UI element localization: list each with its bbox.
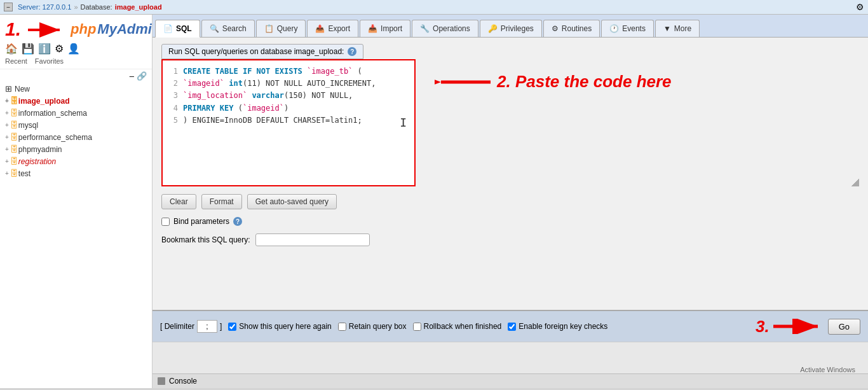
routines-tab-icon: ⚙ (552, 24, 559, 33)
format-button[interactable]: Format (201, 194, 242, 209)
db-folder-icon: 🗄 (10, 96, 18, 106)
config-icon[interactable]: ⚙ (55, 43, 64, 55)
home-icon[interactable]: 🏠 (5, 43, 18, 55)
sidebar-item-registration[interactable]: + 🗄 registration (0, 155, 152, 167)
db-name: registration (18, 157, 56, 166)
sidebar-item-mysql[interactable]: + 🗄 mysql (0, 119, 152, 131)
tab-sql[interactable]: 📄 SQL (155, 20, 200, 38)
expand-icon: + (5, 97, 9, 104)
routines-tab-label: Routines (562, 24, 592, 33)
minimize-button[interactable]: – (4, 3, 13, 11)
step2-text: 2. Paste the code here (497, 72, 672, 92)
new-item[interactable]: ⊞ New (0, 83, 152, 95)
more-tab-icon: ▼ (663, 24, 671, 33)
rollback-checkbox[interactable] (413, 323, 421, 331)
expand-icon: + (5, 146, 9, 153)
bookmark-label: Bookmark this SQL query: (161, 235, 250, 244)
link-icon[interactable]: 🔗 (137, 71, 147, 81)
privileges-tab-label: Privileges (501, 24, 534, 33)
logo-php: php (71, 21, 96, 38)
db-name: phpmyadmin (18, 145, 62, 154)
database-link[interactable]: image_upload (115, 3, 162, 11)
step3-annotation: 3. (756, 318, 770, 335)
favorites-link[interactable]: Favorites (35, 57, 64, 65)
bind-params-label: Bind parameters (173, 217, 229, 226)
expand-icon: + (5, 158, 9, 165)
recent-link[interactable]: Recent (5, 57, 27, 65)
bind-params-help-icon[interactable]: ? (233, 217, 242, 226)
delimiter-group: [ Delimiter ] (160, 320, 222, 333)
sidebar-item-phpmyadmin[interactable]: + 🗄 phpmyadmin (0, 143, 152, 155)
code-line-4: 4 PRIMARY KEY (`imageid`) (168, 102, 409, 115)
search-tab-icon: 🔍 (210, 24, 219, 33)
windows-activate-notice: Activate Windows (800, 366, 855, 373)
content-area: 📄 SQL 🔍 Search 📋 Query 📤 Export 📥 (153, 15, 868, 388)
sidebar-item-performance_schema[interactable]: + 🗄 performance_schema (0, 131, 152, 143)
delimiter-input[interactable] (197, 320, 217, 333)
sidebar-item-image_upload[interactable]: + 🗄 image_upload (0, 95, 152, 107)
db-name: image_upload (18, 97, 70, 106)
bottom-spacer (153, 342, 868, 373)
more-tab-label: More (674, 24, 691, 33)
code-line-2: 2 `imageid` int(11) NOT NULL AUTO_INCREM… (168, 78, 409, 90)
breadcrumb: Server: 127.0.0.1 » Database: image_uplo… (18, 3, 162, 11)
go-button[interactable]: Go (828, 319, 860, 335)
panel-title: Run SQL query/queries on database image_… (161, 44, 363, 59)
server-link[interactable]: Server: 127.0.0.1 (18, 3, 71, 11)
query-tab-icon: 📋 (264, 24, 274, 33)
code-line-1: 1 CREATE TABLE IF NOT EXISTS `image_tb` … (168, 66, 409, 78)
action-buttons: Clear Format Get auto-saved query (161, 192, 859, 212)
foreign-key-checkbox[interactable] (508, 323, 516, 331)
events-tab-label: Events (622, 24, 646, 33)
code-line-3: 3 `img_location` varchar(150) NOT NULL, (168, 90, 409, 102)
export-tab-label: Export (328, 24, 350, 33)
clear-button[interactable]: Clear (161, 194, 196, 209)
retain-query-label: Retain query box (349, 322, 407, 331)
tab-routines[interactable]: ⚙ Routines (543, 20, 600, 37)
tab-events[interactable]: 🕐 Events (601, 20, 654, 37)
sql-panel: Run SQL query/queries on database image_… (153, 38, 868, 310)
sidebar-item-information_schema[interactable]: + 🗄 information_schema (0, 107, 152, 119)
settings-icon[interactable]: ⚙ (856, 2, 864, 12)
operations-tab-icon: 🔧 (420, 24, 430, 33)
step2-annotation: 2. Paste the code here (435, 72, 672, 92)
query-tab-label: Query (277, 24, 298, 33)
retain-query-option: Retain query box (338, 322, 407, 331)
expand-icon: + (5, 122, 9, 129)
tab-export[interactable]: 📤 Export (307, 20, 358, 37)
sql-tab-label: SQL (176, 24, 192, 33)
tab-query[interactable]: 📋 Query (256, 20, 306, 37)
info-icon[interactable]: ℹ️ (38, 43, 51, 55)
show-query-option: Show this query here again (228, 322, 331, 331)
bind-params-checkbox[interactable] (161, 218, 170, 226)
step2-arrow (435, 73, 492, 92)
db-name: test (18, 169, 31, 178)
tab-operations[interactable]: 🔧 Operations (412, 20, 478, 37)
collapse-icon[interactable]: – (130, 71, 134, 81)
db-icon[interactable]: 💾 (22, 43, 34, 55)
export-tab-icon: 📤 (315, 24, 325, 33)
tab-search[interactable]: 🔍 Search (201, 20, 255, 37)
user-icon[interactable]: 👤 (67, 43, 80, 55)
sidebar-item-test[interactable]: + 🗄 test (0, 167, 152, 179)
panel-title-text: Run SQL query/queries on database image_… (168, 47, 344, 56)
retain-query-checkbox[interactable] (338, 323, 346, 331)
auto-saved-button[interactable]: Get auto-saved query (247, 194, 337, 209)
bookmark-row: Bookmark this SQL query: (161, 231, 859, 249)
step3-arrow (773, 319, 824, 334)
panel-help-icon[interactable]: ? (348, 47, 356, 56)
tab-more[interactable]: ▼ More (655, 20, 700, 37)
bookmark-input[interactable] (255, 233, 370, 246)
tab-privileges[interactable]: 🔑 Privileges (480, 20, 542, 37)
db-folder-icon: 🗄 (10, 169, 18, 178)
import-tab-icon: 📥 (368, 24, 377, 33)
show-query-checkbox[interactable] (228, 323, 236, 331)
foreign-key-label: Enable foreign key checks (519, 322, 607, 331)
tab-import[interactable]: 📥 Import (360, 20, 410, 37)
resize-handle[interactable] (851, 179, 859, 186)
sql-code-editor[interactable]: 1 CREATE TABLE IF NOT EXISTS `image_tb` … (161, 59, 416, 186)
db-folder-icon: 🗄 (10, 132, 18, 142)
console-bar[interactable]: Console (153, 373, 868, 388)
db-name: information_schema (18, 109, 87, 118)
db-folder-icon: 🗄 (10, 108, 18, 118)
